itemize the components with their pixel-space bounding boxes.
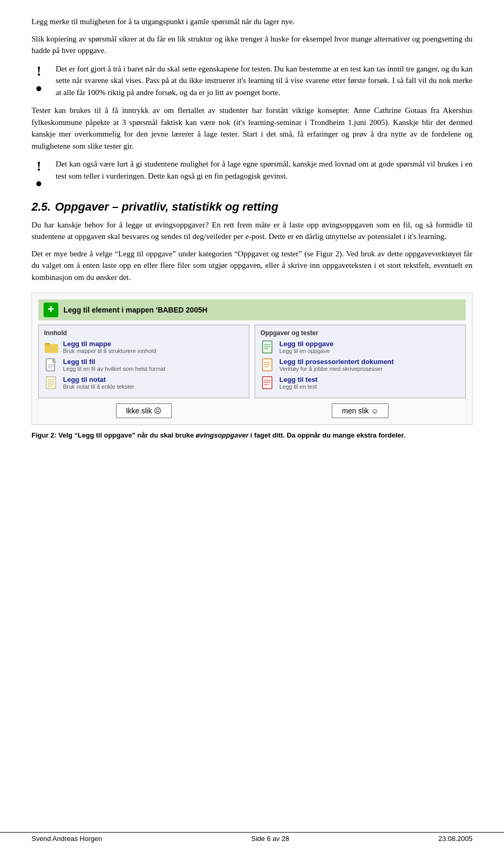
footer-page: Side 6 av 28 (251, 835, 289, 843)
footer-date: 23.08.2005 (438, 835, 472, 843)
item-legg-til-mappe: Legg til mappe Bruk mapper til å struktu… (44, 340, 244, 355)
item-oppgave-text: Legg til oppgave Legg til en oppgave (279, 340, 333, 354)
svg-rect-9 (46, 377, 56, 389)
paragraph-3: Tester kan brukes til å få inntrykk av o… (32, 105, 472, 152)
figure-columns: Innhold Legg til mappe Bruk mapper til å… (38, 325, 466, 398)
paragraph-4: Du har kanskje behov for å legge ut øvin… (32, 219, 472, 243)
item-legg-til-prosess: Legg til prosessorientert dokument Verkt… (260, 358, 460, 372)
callout-block-2: ! ● Det kan også være lurt å gi studente… (32, 158, 472, 191)
exclamation-icon-2: ! ● (32, 158, 46, 191)
item-mappe-title: Legg til mappe (63, 340, 156, 348)
file-icon (44, 358, 59, 372)
section-title: Oppgaver – privatliv, statistikk og rett… (55, 200, 278, 213)
callout-text-2: Det kan også være lurt å gi studentene m… (56, 158, 472, 182)
item-test-title: Legg til test (279, 376, 318, 383)
callout-text-1: Det er fort gjort å trå i baret når du s… (56, 63, 472, 99)
figure-caption-bold: Figur 2: Velg “Legg til oppgave” når du … (32, 431, 405, 439)
item-fil-desc: Legg til en fil av hvilket som helst for… (63, 366, 165, 372)
item-prosess-title: Legg til prosessorientert dokument (279, 358, 394, 366)
section-number: 2.5. (32, 200, 51, 213)
bottom-right-box: men slik ☺ (255, 403, 466, 418)
item-notat-desc: Bruk notat til å enkle tekster (63, 383, 134, 390)
item-test-desc: Legg til en test (279, 383, 318, 390)
note-icon (44, 376, 59, 390)
figure-header: + Legg til element i mappen 'BABED 2005H (38, 299, 466, 320)
col2-header: Oppgaver og tester (260, 329, 460, 337)
item-mappe-desc: Bruk mapper til å strukturere innhold (63, 348, 156, 354)
figure-col-oppgaver: Oppgaver og tester Legg til oppgave Le (255, 325, 466, 398)
item-prosess-desc: Verktøy for å jobbe med skriveprosesser (279, 366, 394, 372)
plus-icon: + (44, 303, 58, 317)
paragraph-5: Det er mye bedre å velge “Legg til oppga… (32, 248, 472, 284)
paragraph-2: Slik kopiering av spørsmål sikrer at du … (32, 33, 472, 57)
col1-header: Innhold (44, 329, 244, 337)
page-footer: Svend Andreas Horgen Side 6 av 28 23.08.… (0, 832, 504, 843)
figure-2: + Legg til element i mappen 'BABED 2005H… (32, 293, 472, 425)
svg-rect-2 (45, 344, 58, 353)
figure-header-text: Legg til element i mappen 'BABED 2005H (64, 306, 207, 314)
section-heading: 2.5.Oppgaver – privatliv, statistikk og … (32, 200, 472, 214)
item-legg-til-test: Legg til test Legg til en test (260, 376, 460, 390)
bottom-left-label: Ikke slik ☹ (116, 403, 172, 418)
prosess-icon (260, 358, 275, 372)
item-prosess-text: Legg til prosessorientert dokument Verkt… (279, 358, 394, 372)
folder-icon (44, 340, 59, 355)
test-icon (260, 376, 275, 390)
bottom-right-label: men slik ☺ (332, 403, 388, 418)
item-legg-til-fil: Legg til fil Legg til en fil av hvilket … (44, 358, 244, 372)
item-fil-text: Legg til fil Legg til en fil av hvilket … (63, 358, 165, 372)
oppgave-icon (260, 340, 275, 355)
item-legg-til-notat: Legg til notat Bruk notat til å enkle te… (44, 376, 244, 390)
bottom-left-box: Ikke slik ☹ (38, 403, 249, 418)
item-mappe-text: Legg til mappe Bruk mapper til å struktu… (63, 340, 156, 354)
item-test-text: Legg til test Legg til en test (279, 376, 318, 390)
figure-bottom-row: Ikke slik ☹ men slik ☺ (38, 403, 466, 418)
callout-block-1: ! ● Det er fort gjort å trå i baret når … (32, 63, 472, 99)
figure-caption: Figur 2: Velg “Legg til oppgave” når du … (32, 430, 472, 441)
paragraph-1: Legg merke til muligheten for å ta utgan… (32, 16, 472, 28)
footer-author: Svend Andreas Horgen (32, 835, 102, 843)
item-notat-title: Legg til notat (63, 376, 134, 383)
figure-col-innhold: Innhold Legg til mappe Bruk mapper til å… (38, 325, 249, 398)
item-legg-til-oppgave: Legg til oppgave Legg til en oppgave (260, 340, 460, 355)
item-oppgave-desc: Legg til en oppgave (279, 348, 333, 354)
item-fil-title: Legg til fil (63, 358, 165, 366)
item-oppgave-title: Legg til oppgave (279, 340, 333, 348)
item-notat-text: Legg til notat Bruk notat til å enkle te… (63, 376, 134, 390)
page-content: Legg merke til muligheten for å ta utgan… (0, 0, 504, 472)
exclamation-icon: ! ● (32, 63, 46, 96)
